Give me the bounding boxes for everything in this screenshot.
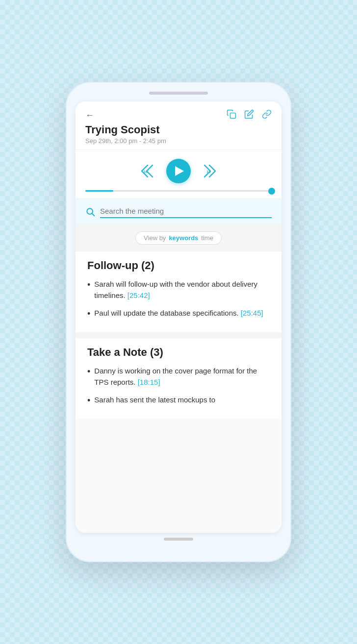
followup-title: Follow-up (2): [87, 259, 270, 272]
view-by-pill: View by keywords time: [135, 231, 222, 245]
content-area: View by keywords time Follow-up (2) • Sa…: [76, 224, 281, 533]
view-by-keywords-tab[interactable]: keywords: [169, 234, 198, 242]
play-icon: [175, 166, 184, 176]
bullet-icon: •: [87, 307, 90, 321]
header-icons: [227, 109, 272, 122]
play-button[interactable]: [166, 159, 191, 183]
take-note-section: Take a Note (3) • Danny is working on th…: [76, 338, 281, 419]
meeting-date: Sep 29th, 2:00 pm - 2:45 pm: [85, 137, 272, 145]
timestamp-link[interactable]: [18:15]: [138, 378, 160, 386]
playback-section: 10 10: [76, 150, 281, 199]
search-section: [76, 199, 281, 224]
search-icon: [85, 207, 95, 217]
timestamp-link[interactable]: [25:45]: [241, 309, 263, 317]
svg-text:10: 10: [143, 170, 148, 174]
edit-icon[interactable]: [244, 109, 254, 122]
link-icon[interactable]: [262, 109, 272, 122]
progress-fill: [85, 190, 113, 192]
view-by-bar: View by keywords time: [76, 224, 281, 251]
svg-text:10: 10: [206, 170, 211, 174]
copy-icon[interactable]: [227, 109, 236, 122]
timestamp-link[interactable]: [25:42]: [128, 291, 150, 299]
svg-rect-0: [230, 113, 236, 119]
playback-controls: 10 10: [138, 159, 219, 183]
progress-thumb: [268, 188, 275, 195]
view-by-time-tab[interactable]: time: [201, 234, 213, 242]
list-item: • Sarah has sent the latest mockups to: [87, 395, 270, 407]
search-input[interactable]: [100, 205, 272, 218]
search-box: [85, 205, 272, 218]
note-text: Sarah will follow-up with the vendor abo…: [94, 279, 270, 301]
list-item: • Danny is working on the cover page for…: [87, 366, 270, 388]
bullet-icon: •: [87, 278, 90, 292]
note-text: Paul will update the database specificat…: [94, 308, 270, 319]
progress-bar-container[interactable]: [85, 190, 272, 192]
bullet-icon: •: [87, 365, 90, 378]
svg-line-4: [92, 213, 95, 216]
phone-notch: [149, 92, 208, 95]
meeting-title: Trying Scopist: [85, 124, 272, 136]
followup-section: Follow-up (2) • Sarah will follow-up wit…: [76, 251, 281, 332]
view-by-label: View by: [144, 234, 166, 242]
take-note-title: Take a Note (3): [87, 346, 270, 359]
note-text: Danny is working on the cover page forma…: [94, 366, 270, 388]
phone-frame: ←: [66, 82, 291, 562]
bullet-icon: •: [87, 394, 90, 407]
header: ←: [76, 101, 281, 150]
section-divider: [76, 332, 281, 338]
forward-button[interactable]: 10: [200, 161, 219, 181]
back-button[interactable]: ←: [85, 110, 94, 121]
phone-screen: ←: [76, 101, 281, 533]
note-text: Sarah has sent the latest mockups to: [94, 395, 270, 406]
list-item: • Paul will update the database specific…: [87, 308, 270, 321]
home-indicator[interactable]: [164, 538, 193, 541]
progress-bar[interactable]: [85, 190, 272, 192]
rewind-button[interactable]: 10: [138, 161, 157, 181]
list-item: • Sarah will follow-up with the vendor a…: [87, 279, 270, 301]
